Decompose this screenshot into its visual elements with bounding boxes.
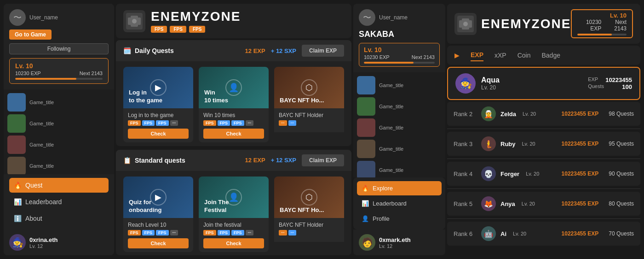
rank1-info: Aqua Lv. 20 — [481, 76, 582, 91]
fr-exp-next: Next 2143 — [605, 19, 627, 32]
rank1-level: Lv. 20 — [481, 84, 582, 91]
list-item[interactable]: Game_title — [7, 135, 110, 154]
list-item[interactable]: Game_title — [357, 76, 442, 94]
following-button[interactable]: Following — [9, 43, 109, 54]
game-title: Game_title — [29, 163, 54, 169]
quest-card-top: 👤 Join TheFestival — [199, 177, 269, 218]
tab-badge[interactable]: Badge — [542, 50, 560, 61]
quest-card-overlay-title: Win10 times — [204, 89, 228, 105]
tab-exp[interactable]: EXP — [471, 49, 483, 61]
list-item[interactable]: Game_title — [357, 97, 442, 116]
exp-value: 10230 EXP — [15, 71, 41, 76]
list-item[interactable]: Game_title — [357, 161, 442, 177]
list-item[interactable]: Game_title — [7, 93, 110, 112]
rank-quests: 98 Quests — [609, 111, 634, 117]
rank-number: Rank 3 — [454, 141, 477, 147]
game-title-large: ENEMYZONE — [151, 9, 241, 24]
list-item[interactable]: Game_title — [357, 118, 442, 137]
quest-header-left: 📋 Standard quests — [123, 157, 185, 164]
tag-fps-1: FPS — [151, 26, 167, 33]
sidebar-item-quest[interactable]: 🔥 Quest — [9, 178, 109, 193]
standard-quest-cards: ▶ Quiz foronboarding Reach Level 10 FPS … — [116, 171, 351, 256]
rank-name: Forger — [500, 171, 519, 177]
quest-name: Win 10 times — [203, 112, 264, 118]
game-thumbnail — [357, 161, 375, 177]
sidebar-nav: 🔥 Quest 📊 Leaderboard ℹ️ About — [4, 174, 114, 230]
explore-icon: 🔥 — [362, 185, 369, 192]
rank-exp: 10223455 EXP — [562, 200, 599, 207]
rank1-quests-row: Quests 100 — [588, 83, 632, 90]
fr-exp-value: 10230 EXP — [577, 19, 601, 32]
quest-card-login: ▶ Log into the game Log in to the game F… — [123, 67, 193, 142]
check-button-festival[interactable]: Check — [203, 238, 264, 248]
fr-game-logo — [454, 13, 477, 35]
exp-reward: 12 EXP — [245, 47, 265, 54]
quest-header-right: 12 EXP + 12 SXP Claim EXP — [245, 154, 344, 166]
sakaba-footer-info: 0xmark.eth Lv. 12 — [379, 236, 411, 249]
left-sidebar: 〜 User_name Go to Game Following Lv. 10 … — [4, 4, 114, 255]
claim-exp-button-standard[interactable]: Claim EXP — [302, 154, 344, 166]
rank-avatar: 🤖 — [481, 226, 496, 241]
sakaba-level-card: Lv. 10 10230 EXP Next 2143 — [359, 43, 440, 67]
tag-fps-3: FPS — [189, 26, 205, 33]
quest-tag: ··· — [279, 230, 287, 235]
standard-quests-group: 📋 Standard quests 12 EXP + 12 SXP Claim … — [116, 150, 351, 256]
sidebar-item-about[interactable]: ℹ️ About — [9, 211, 109, 226]
quest-card-overlay-title: Quiz foronboarding — [129, 199, 162, 214]
check-button-quiz[interactable]: Check — [128, 238, 189, 248]
sakaba-game-list: Game_title Game_title Game_title Game_ti… — [353, 72, 445, 177]
game-thumbnail — [357, 76, 375, 94]
leaderboard-icon: 📊 — [362, 200, 369, 207]
quest-tags: FPS FPS FPS ··· — [203, 230, 264, 235]
quest-card-overlay-title: Log into the game — [129, 89, 162, 105]
level-card: Lv. 10 10230 EXP Next 2143 — [9, 58, 109, 84]
divider — [447, 129, 640, 129]
check-button[interactable]: Check — [203, 129, 264, 139]
tab-coin[interactable]: Coin — [518, 50, 531, 61]
rank-level: Lv. 20 — [522, 201, 535, 206]
quest-tags: FPS FPS FPS ··· — [203, 120, 264, 126]
game-thumbnail — [7, 157, 26, 174]
quest-card-overlay-title: Join TheFestival — [204, 199, 229, 214]
rank-number: Rank 6 — [454, 230, 477, 237]
rank-level: Lv. 20 — [526, 171, 539, 177]
go-to-game-button[interactable]: Go to Game — [9, 29, 52, 40]
sidebar-item-label: About — [25, 215, 42, 222]
main-content: ENEMYZONE FPS FPS FPS 🗓️ Daily Quests 12… — [116, 4, 351, 255]
list-item[interactable]: Game_title — [7, 114, 110, 133]
sidebar-footer: 🧙 0xrina.eth Lv. 12 — [4, 230, 114, 255]
sidebar-item-leaderboard[interactable]: 📊 Leaderboard — [9, 194, 109, 209]
list-item[interactable]: Game_title — [357, 140, 442, 158]
fr-exp-bar — [577, 34, 627, 35]
quest-tag: ··· — [246, 120, 254, 126]
rank-quests: 95 Quests — [609, 141, 634, 147]
sakaba-nav-explore[interactable]: 🔥 Explore — [357, 181, 442, 195]
quest-tag: ··· — [288, 230, 297, 235]
sakaba-username: User_name — [379, 14, 408, 21]
rank-level: Lv. 20 — [522, 141, 535, 147]
divider — [447, 159, 640, 159]
exp-bar — [15, 78, 103, 80]
sxp-reward-standard: + 12 SXP — [271, 157, 296, 164]
footer-username: 0xrina.eth — [29, 236, 58, 243]
claim-exp-button[interactable]: Claim EXP — [302, 45, 344, 57]
game-thumbnail — [357, 97, 375, 116]
tab-xxp[interactable]: xXP — [494, 50, 506, 61]
quest-tag: ··· — [170, 120, 178, 126]
fr-level-badge: Lv. 10 10230 EXP Next 2143 — [571, 9, 633, 38]
sakaba-nav-profile[interactable]: 👤 Profile — [357, 212, 442, 226]
divider — [447, 188, 640, 189]
quest-tags: ··· ··· — [279, 230, 339, 235]
list-item[interactable]: Game_title — [7, 157, 110, 174]
sakaba-nav: 🔥 Explore 📊 Leaderboard 👤 Profile — [353, 177, 445, 230]
rank-exp: 10223455 EXP — [562, 111, 599, 117]
fr-header: ENEMYZONE Lv. 10 10230 EXP Next 2143 — [447, 4, 640, 44]
quests-label: Quests — [588, 83, 604, 90]
sakaba-nav-leaderboard[interactable]: 📊 Leaderboard — [357, 196, 442, 211]
quest-card-bottom: Log in to the game FPS FPS FPS ··· Check — [123, 108, 193, 142]
sakaba-panel: 〜 User_name SAKABA Lv. 10 10230 EXP Next… — [353, 4, 445, 255]
clipboard-icon: 📋 — [123, 157, 131, 164]
sakaba-footer-username: 0xmark.eth — [379, 236, 411, 243]
game-thumbnail — [7, 114, 26, 133]
check-button[interactable]: Check — [128, 129, 189, 139]
